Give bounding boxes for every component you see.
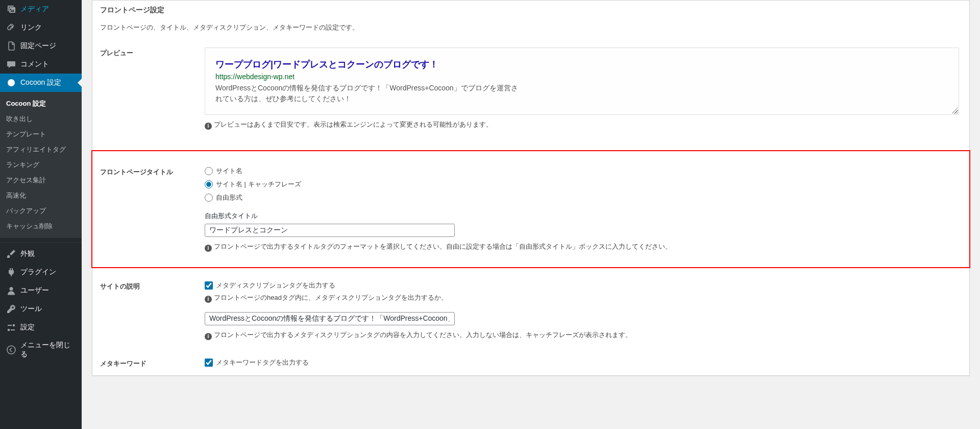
sidebar-sub-template[interactable]: テンプレート: [0, 127, 82, 142]
main-content: フロントページ設定 フロントページの、タイトル、メタディスクリプション、メタキー…: [82, 0, 980, 429]
meta-description-checkbox-label: メタディスクリプションタグを出力する: [216, 281, 335, 290]
info-icon: i: [205, 245, 212, 252]
info-icon: i: [205, 333, 212, 340]
title-radio-sitename-label: サイト名: [216, 166, 242, 176]
sidebar-item-label: 固定ページ: [20, 41, 56, 51]
sidebar-item-media[interactable]: メディア: [0, 0, 82, 18]
sidebar-sub-ranking[interactable]: ランキング: [0, 157, 82, 173]
meta-keyword-checkbox-label: メタキーワードタグを出力する: [216, 358, 309, 367]
sidebar-item-label: 設定: [20, 323, 35, 332]
site-description-label: サイトの説明: [92, 281, 205, 340]
sidebar-item-label: リンク: [20, 23, 42, 32]
meta-keyword-label: メタキーワード: [92, 358, 205, 370]
sidebar-sub-cocoon-settings[interactable]: Cocoon 設定: [0, 96, 82, 111]
sidebar-sub-cache[interactable]: キャッシュ削除: [0, 219, 82, 234]
sidebar-item-label: ユーザー: [20, 286, 49, 295]
title-radio-sitename-catch[interactable]: サイト名 | キャッチフレーズ: [205, 180, 959, 189]
sidebar-item-cocoon[interactable]: Cocoon 設定: [0, 74, 82, 92]
sidebar-item-comments[interactable]: コメント: [0, 55, 82, 74]
sidebar-sub-speed[interactable]: 高速化: [0, 188, 82, 203]
svg-point-0: [8, 79, 15, 86]
svg-point-2: [7, 346, 15, 354]
collapse-icon: [6, 345, 16, 355]
frontpage-title-label: フロントページタイトル: [92, 166, 205, 252]
sidebar-item-label: プラグイン: [20, 268, 56, 277]
meta-description-checkbox[interactable]: [205, 281, 213, 290]
title-radio-sitename-catch-input[interactable]: [205, 180, 213, 188]
page-icon: [6, 41, 16, 51]
title-radio-sitename[interactable]: サイト名: [205, 166, 959, 176]
resize-handle-icon[interactable]: [951, 107, 958, 113]
frontpage-section-desc: フロントページの、タイトル、メタディスクリプション、メタキーワードの設定です。: [92, 19, 969, 42]
sidebar-item-users[interactable]: ユーザー: [0, 281, 82, 300]
meta-description-input[interactable]: [205, 312, 455, 325]
sidebar-sub-access[interactable]: アクセス集計: [0, 173, 82, 188]
meta-keyword-checkbox[interactable]: [205, 359, 213, 367]
serp-description: WordPressとCocoonの情報を発信するブログです！「WordPress…: [215, 83, 522, 104]
sidebar-item-label: ツール: [20, 304, 42, 314]
title-radio-sitename-input[interactable]: [205, 167, 213, 175]
site-desc-help1: フロントページのheadタグ内に、メタディスクリプションタグを出力するか。: [214, 294, 448, 301]
sidebar-sub-backup[interactable]: バックアップ: [0, 203, 82, 219]
sidebar-item-label: メニューを閉じる: [20, 341, 76, 359]
free-title-input[interactable]: [205, 224, 455, 237]
sidebar-item-pages[interactable]: 固定ページ: [0, 37, 82, 55]
title-help-text: フロントページで出力するタイトルタグのフォーマットを選択してください。自由に設定…: [214, 243, 672, 250]
meta-description-checkbox-wrapper[interactable]: メタディスクリプションタグを出力する: [205, 281, 959, 290]
sliders-icon: [6, 322, 16, 332]
admin-sidebar: メディア リンク 固定ページ コメント Cocoon 設定 Cocoon 設定 …: [0, 0, 82, 429]
info-icon: i: [205, 123, 212, 130]
wrench-icon: [6, 304, 16, 314]
brush-icon: [6, 249, 16, 259]
sidebar-sub-speech[interactable]: 吹き出し: [0, 111, 82, 127]
frontpage-section-heading: フロントページ設定: [92, 1, 969, 19]
sidebar-item-label: 外観: [20, 249, 35, 258]
sidebar-item-label: コメント: [20, 60, 49, 69]
comment-icon: [6, 59, 16, 69]
sidebar-item-label: Cocoon 設定: [20, 78, 61, 87]
serp-preview-box: ワープブログ|ワードプレスとコクーンのブログです！ https://webdes…: [205, 47, 959, 115]
svg-point-1: [10, 287, 13, 291]
media-icon: [6, 4, 16, 14]
sidebar-item-label: メディア: [20, 5, 49, 14]
serp-title: ワープブログ|ワードプレスとコクーンのブログです！: [215, 58, 948, 70]
sidebar-item-links[interactable]: リンク: [0, 18, 82, 37]
sidebar-item-collapse[interactable]: メニューを閉じる: [0, 337, 82, 363]
title-radio-sitename-catch-label: サイト名 | キャッチフレーズ: [216, 180, 301, 189]
sidebar-item-tools[interactable]: ツール: [0, 300, 82, 318]
plugin-icon: [6, 267, 16, 277]
user-icon: [6, 285, 16, 296]
title-radio-free-input[interactable]: [205, 194, 213, 202]
preview-help-text: プレビューはあくまで目安です。表示は検索エンジンによって変更される可能性がありま…: [214, 121, 493, 128]
sidebar-item-appearance[interactable]: 外観: [0, 245, 82, 263]
info-icon: i: [205, 296, 212, 303]
sidebar-sub-affiliate[interactable]: アフィリエイトタグ: [0, 142, 82, 157]
free-title-sublabel: 自由形式タイトル: [205, 211, 959, 221]
cocoon-icon: [6, 78, 16, 88]
sidebar-item-plugins[interactable]: プラグイン: [0, 263, 82, 281]
sidebar-submenu: Cocoon 設定 吹き出し テンプレート アフィリエイトタグ ランキング アク…: [0, 92, 82, 238]
title-radio-free[interactable]: 自由形式: [205, 193, 959, 202]
title-radio-free-label: 自由形式: [216, 193, 242, 202]
meta-keyword-checkbox-wrapper[interactable]: メタキーワードタグを出力する: [205, 358, 959, 367]
site-desc-help2: フロントページで出力するメタディスクリプションタグの内容を入力してください。入力…: [214, 331, 632, 339]
sidebar-item-settings[interactable]: 設定: [0, 318, 82, 337]
serp-url: https://webdesign-wp.net: [215, 73, 948, 81]
preview-label: プレビュー: [92, 47, 205, 130]
link-icon: [6, 22, 16, 33]
